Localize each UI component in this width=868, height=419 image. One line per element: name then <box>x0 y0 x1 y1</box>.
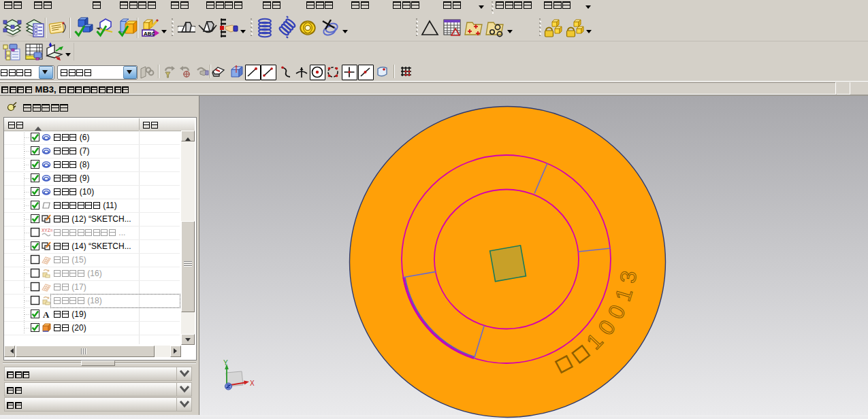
svg-text:XYZ=: XYZ= <box>42 228 53 233</box>
svg-text:A: A <box>43 309 50 320</box>
svg-text:X: X <box>250 380 255 387</box>
svg-text:Y: Y <box>223 359 228 367</box>
